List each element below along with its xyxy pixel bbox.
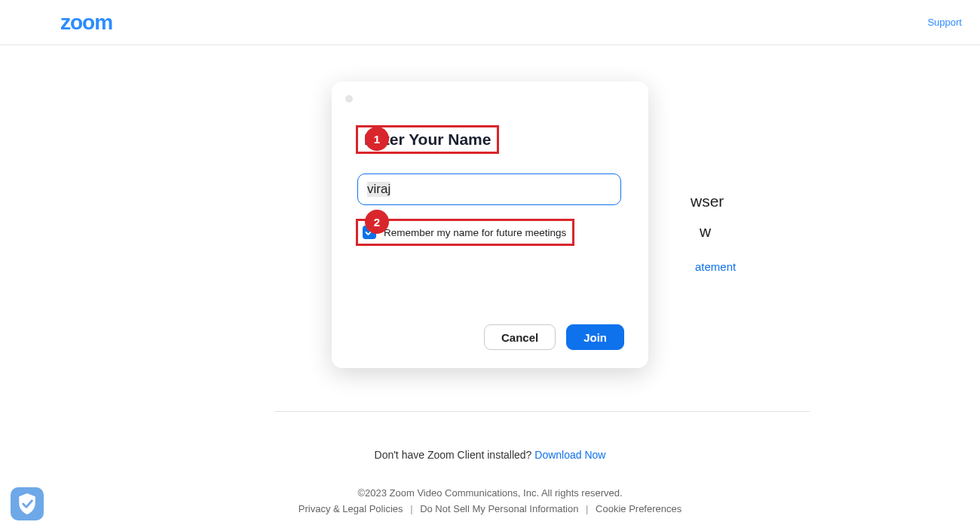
download-now-link[interactable]: Download Now (534, 449, 605, 461)
name-input-wrapper: viraj (356, 173, 624, 205)
traffic-light-dot (345, 95, 353, 103)
name-input[interactable]: viraj (357, 173, 621, 205)
footer-donotsell-link[interactable]: Do Not Sell My Personal Information (420, 503, 578, 514)
footer-privacy-link[interactable]: Privacy & Legal Policies (299, 503, 403, 514)
bg-agree-link[interactable]: atement (695, 260, 736, 273)
footer-copyright: ©2023 Zoom Video Communications, Inc. Al… (0, 487, 980, 499)
zoom-logo: zoom (60, 11, 112, 35)
divider (274, 411, 810, 412)
page-header: zoom Support (0, 0, 980, 45)
support-link[interactable]: Support (927, 17, 962, 28)
footer-cookie-link[interactable]: Cookie Preferences (596, 503, 681, 514)
bg-heading-right-2: w (700, 223, 711, 241)
name-input-value: viraj (367, 182, 390, 197)
shield-badge[interactable] (11, 487, 44, 520)
page-footer: ©2023 Zoom Video Communications, Inc. Al… (0, 487, 980, 514)
join-button[interactable]: Join (566, 324, 624, 350)
download-row: Don't have Zoom Client installed? Downlo… (0, 449, 980, 461)
remember-label: Remember my name for future meetings (384, 227, 566, 238)
modal-actions: Cancel Join (484, 324, 624, 350)
download-prompt: Don't have Zoom Client installed? (375, 449, 535, 461)
shield-icon (17, 493, 37, 515)
footer-sep: | (586, 503, 588, 514)
callout-marker-2: 2 (365, 210, 389, 234)
callout-marker-1: 1 (365, 127, 389, 151)
bg-heading-right: wser (691, 192, 724, 210)
cancel-button[interactable]: Cancel (484, 324, 556, 350)
footer-sep: | (410, 503, 412, 514)
footer-links: Privacy & Legal Policies | Do Not Sell M… (0, 503, 980, 514)
